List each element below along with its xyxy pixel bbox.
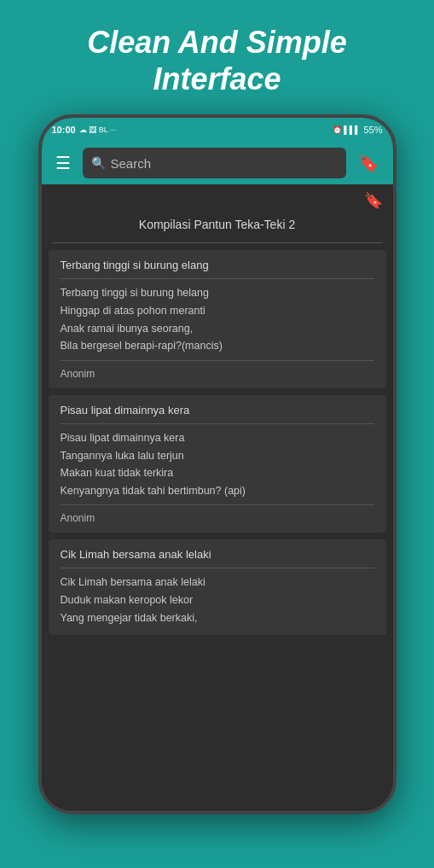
pantun-title-2: Cik Limah bersama anak lelaki — [61, 548, 374, 561]
app-title-line1: Clean And Simple — [87, 25, 347, 60]
pantun-title-1: Pisau lipat dimainnya kera — [61, 404, 374, 417]
content-area[interactable]: 🔖 Kompilasi Pantun Teka-Teki 2 Terbang t… — [42, 184, 393, 814]
pantun-line-0-3: Bila bergesel berapi-rapi?(mancis) — [61, 337, 374, 355]
pantun-title-0: Terbang tinggi si burung elang — [61, 259, 374, 271]
book-header-row: 🔖 — [42, 184, 393, 213]
status-bar: 10:00 ☁ 🖼 BL ··· ⏰ ▌▌▌ 55% — [42, 118, 393, 142]
pantun-divider-1 — [61, 423, 374, 424]
status-icons-right: ⏰ ▌▌▌ — [333, 125, 361, 134]
bookmark-button[interactable]: 🔖 — [353, 149, 385, 177]
pantun-line-0-1: Hinggap di atas pohon meranti — [61, 302, 374, 320]
pantun-line-1-2: Makan kuat tidak terkira — [61, 464, 374, 482]
pantun-card-2: Cik Limah bersama anak lelaki Cik Limah … — [49, 539, 386, 635]
pantun-line-1-0: Pisau lipat dimainnya kera — [61, 429, 374, 447]
pantun-author-0: Anonim — [61, 368, 374, 380]
app-title-line2: Interface — [153, 61, 281, 96]
phone-frame: 10:00 ☁ 🖼 BL ··· ⏰ ▌▌▌ 55% ☰ 🔍 Search 🔖 … — [38, 114, 396, 814]
battery-indicator: 55% — [363, 125, 382, 135]
pantun-lines-0: Terbang tinggi si burung helang Hinggap … — [61, 284, 374, 355]
bookmark-icon: 🔖 — [358, 154, 379, 172]
pantun-card-0: Terbang tinggi si burung elang Terbang t… — [49, 250, 386, 388]
pantun-card-1: Pisau lipat dimainnya kera Pisau lipat d… — [49, 395, 386, 533]
book-title-section: Kompilasi Pantun Teka-Teki 2 — [52, 213, 383, 243]
search-placeholder-text: Search — [111, 156, 152, 171]
pantun-line-0-0: Terbang tinggi si burung helang — [61, 284, 374, 302]
hamburger-button[interactable]: ☰ — [50, 149, 76, 177]
pantun-author-1: Anonim — [61, 512, 374, 524]
search-icon: 🔍 — [91, 156, 106, 170]
nav-bar: ☰ 🔍 Search 🔖 — [42, 142, 393, 184]
pantun-line-2-2: Yang mengejar tidak berkaki, — [61, 609, 374, 627]
pantun-line-1-3: Kenyangnya tidak tahi bertimbun? (api) — [61, 482, 374, 500]
pantun-line-1-1: Tangannya luka lalu terjun — [61, 447, 374, 465]
status-time: 10:00 — [52, 125, 76, 135]
status-right: ⏰ ▌▌▌ 55% — [333, 125, 383, 135]
pantun-lines-1: Pisau lipat dimainnya kera Tangannya luk… — [61, 429, 374, 500]
pantun-line-2-0: Cik Limah bersama anak lelaki — [61, 574, 374, 591]
status-icons-left: ☁ 🖼 BL ··· — [79, 125, 117, 134]
book-title: Kompilasi Pantun Teka-Teki 2 — [139, 218, 295, 231]
status-left: 10:00 ☁ 🖼 BL ··· — [52, 125, 117, 135]
pantun-divider-1b — [61, 504, 374, 505]
pantun-line-2-1: Duduk makan keropok lekor — [61, 591, 374, 609]
pantun-divider-2 — [61, 568, 374, 568]
pantun-line-0-2: Anak ramai ibunya seorang, — [61, 320, 374, 338]
book-bookmark-icon[interactable]: 🔖 — [364, 191, 383, 210]
pantun-divider-0 — [61, 278, 374, 279]
pantun-divider-0b — [61, 360, 374, 361]
app-title: Clean And Simple Interface — [53, 0, 381, 114]
pantun-lines-2: Cik Limah bersama anak lelaki Duduk maka… — [61, 574, 374, 626]
search-box[interactable]: 🔍 Search — [83, 148, 346, 178]
